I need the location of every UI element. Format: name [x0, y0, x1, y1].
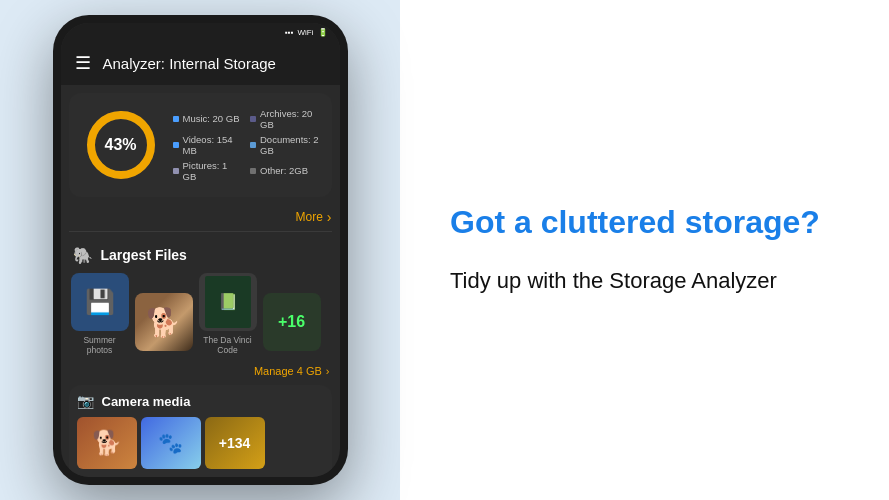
legend-videos: Videos: 154 MB — [173, 134, 243, 156]
camera-thumb-more[interactable]: +134 — [205, 417, 265, 469]
promo-headline: Got a cluttered storage? — [450, 203, 839, 241]
more-count-label: +16 — [278, 313, 305, 331]
file-thumb-book: 📗 — [199, 273, 257, 331]
camera-thumb-2[interactable] — [141, 417, 201, 469]
camera-thumb-1[interactable] — [77, 417, 137, 469]
largest-files-title: Largest Files — [101, 247, 187, 263]
legend-dot-documents — [250, 142, 256, 148]
file-thumb-usb: 💾 — [71, 273, 129, 331]
legend-dot-archives — [250, 116, 256, 122]
camera-title: Camera media — [102, 394, 191, 409]
legend-dot-videos — [173, 142, 179, 148]
manage-button[interactable]: Manage 4 GB › — [254, 365, 330, 377]
storage-card: 43% Music: 20 GB Archives: 20 GB — [69, 93, 332, 197]
file-item-more[interactable]: +16 — [263, 293, 321, 355]
file-label-book: The Da Vinci Code — [199, 335, 257, 355]
wifi-icon: WiFi — [298, 28, 314, 37]
phone-section: ▪▪▪ WiFi 🔋 ☰ Analyzer: Internal Storage — [0, 0, 400, 500]
more-row[interactable]: More › — [61, 205, 340, 231]
screen-title: Analyzer: Internal Storage — [103, 55, 276, 72]
status-bar: ▪▪▪ WiFi 🔋 — [61, 23, 340, 42]
divider — [69, 231, 332, 232]
camera-header: 📷 Camera media — [77, 393, 324, 409]
text-section: Got a cluttered storage? Tidy up with th… — [400, 0, 889, 500]
legend-dot-other — [250, 168, 256, 174]
legend-archives: Archives: 20 GB — [250, 108, 320, 130]
camera-icon: 📷 — [77, 393, 94, 409]
phone-outer: ▪▪▪ WiFi 🔋 ☰ Analyzer: Internal Storage — [53, 15, 348, 485]
menu-icon[interactable]: ☰ — [75, 54, 91, 72]
file-item-summer-photos[interactable]: 💾 Summer photos — [71, 273, 129, 355]
files-row: 💾 Summer photos 📗 — [61, 273, 340, 363]
file-item-dog[interactable] — [135, 293, 193, 355]
signal-icon: ▪▪▪ — [285, 28, 294, 37]
book-icon: 📗 — [218, 292, 238, 311]
legend-music: Music: 20 GB — [173, 108, 243, 130]
donut-chart: 43% — [81, 105, 161, 185]
page-wrapper: ▪▪▪ WiFi 🔋 ☰ Analyzer: Internal Storage — [0, 0, 889, 500]
legend-other: Other: 2GB — [250, 160, 320, 182]
camera-section: 📷 Camera media +134 — [69, 385, 332, 477]
book-cover: 📗 — [205, 276, 251, 328]
manage-chevron-icon: › — [326, 365, 330, 377]
top-bar: ☰ Analyzer: Internal Storage — [61, 42, 340, 84]
storage-legend: Music: 20 GB Archives: 20 GB Videos: 154… — [173, 108, 320, 182]
camera-thumbs: +134 — [77, 417, 324, 469]
file-thumb-dog — [135, 293, 193, 351]
promo-subheadline: Tidy up with the Storage Analyzer — [450, 266, 839, 297]
usb-icon: 💾 — [85, 288, 115, 316]
files-icon: 🐘 — [73, 246, 93, 265]
legend-pictures: Pictures: 1 GB — [173, 160, 243, 182]
file-label-summer: Summer photos — [71, 335, 129, 355]
file-thumb-more: +16 — [263, 293, 321, 351]
phone-screen: ▪▪▪ WiFi 🔋 ☰ Analyzer: Internal Storage — [61, 23, 340, 477]
legend-dot-music — [173, 116, 179, 122]
legend-documents: Documents: 2 GB — [250, 134, 320, 156]
legend-dot-pictures — [173, 168, 179, 174]
more-button[interactable]: More › — [295, 209, 331, 225]
largest-files-header: 🐘 Largest Files — [61, 240, 340, 273]
chevron-right-icon: › — [327, 209, 332, 225]
battery-icon: 🔋 — [318, 28, 328, 37]
file-item-book[interactable]: 📗 The Da Vinci Code — [199, 273, 257, 355]
storage-percentage: 43% — [104, 136, 136, 154]
manage-row[interactable]: Manage 4 GB › — [61, 363, 340, 385]
